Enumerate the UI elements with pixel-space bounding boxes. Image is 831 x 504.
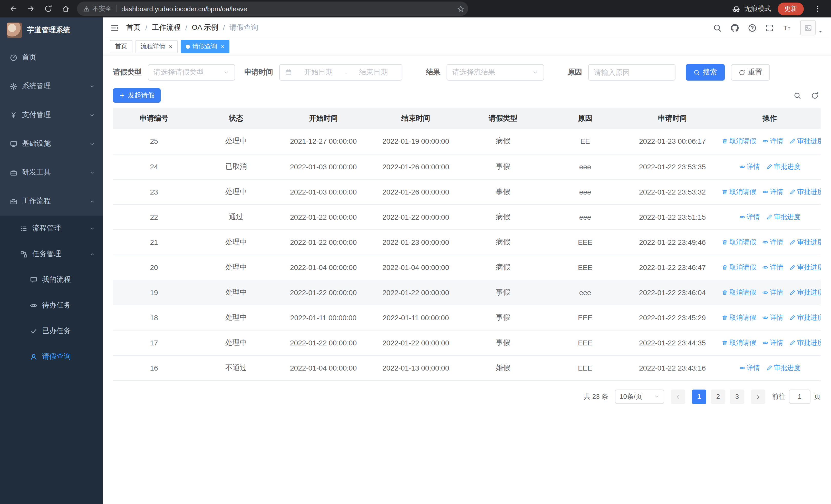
cell-actions: 取消请假详情审批进度 xyxy=(719,330,821,355)
security-warning[interactable]: 不安全 xyxy=(83,4,112,13)
sidebar-item-dev-tools[interactable]: 研发工具 xyxy=(0,158,103,187)
detail-action-link[interactable]: 详情 xyxy=(762,313,783,322)
bookmark-star-button[interactable] xyxy=(454,2,467,16)
tab-home[interactable]: 首页 xyxy=(110,40,133,53)
progress-action-link[interactable]: 审批进度 xyxy=(766,162,800,171)
apply-time-range-picker[interactable]: 开始日期 - 结束日期 xyxy=(279,64,402,81)
chevron-down-icon xyxy=(89,83,95,89)
page-2-button[interactable]: 2 xyxy=(711,389,725,404)
detail-action-link[interactable]: 详情 xyxy=(739,162,760,171)
browser-menu-button[interactable] xyxy=(810,2,825,16)
cancel-action-link[interactable]: 取消请假 xyxy=(722,288,756,297)
cell-id: 20 xyxy=(113,255,195,280)
detail-action-link[interactable]: 详情 xyxy=(762,137,783,146)
progress-action-link[interactable]: 审批进度 xyxy=(790,263,821,272)
browser-home-button[interactable] xyxy=(58,2,73,16)
detail-action-link[interactable]: 详情 xyxy=(762,338,783,347)
breadcrumb-item-0[interactable]: 首页 xyxy=(126,23,141,32)
cell-id: 16 xyxy=(113,355,195,380)
tab-close-icon[interactable]: × xyxy=(169,43,172,50)
page-size-select[interactable]: 10条/页 xyxy=(615,389,664,404)
detail-action-link[interactable]: 详情 xyxy=(762,237,783,247)
progress-action-link[interactable]: 审批进度 xyxy=(766,212,800,221)
detail-action-link[interactable]: 详情 xyxy=(762,288,783,297)
detail-action-link[interactable]: 详情 xyxy=(762,187,783,196)
sidebar-item-payment-mgmt[interactable]: 支付管理 xyxy=(0,100,103,129)
sidebar-item-task-mgmt[interactable]: 任务管理 xyxy=(0,241,103,267)
user-avatar-menu[interactable] xyxy=(800,20,823,35)
tab-close-icon[interactable]: × xyxy=(221,43,224,50)
create-leave-label: 发起请假 xyxy=(128,91,154,100)
cell-reason: eee xyxy=(544,280,626,305)
tab-leave-query[interactable]: 请假查询× xyxy=(181,40,229,53)
cancel-action-link[interactable]: 取消请假 xyxy=(722,187,756,196)
sidebar-item-my-process[interactable]: 我的流程 xyxy=(0,267,103,293)
toggle-search-button[interactable] xyxy=(794,92,801,99)
detail-action-link[interactable]: 详情 xyxy=(762,263,783,272)
search-icon xyxy=(794,92,801,99)
font-size-button[interactable]: TT xyxy=(783,23,792,32)
browser-forward-button[interactable] xyxy=(24,2,38,16)
sidebar-item-process-mgmt[interactable]: 流程管理 xyxy=(0,215,103,241)
create-leave-button[interactable]: 发起请假 xyxy=(113,88,161,102)
tab-process-detail[interactable]: 流程详情× xyxy=(136,40,178,53)
process-icon xyxy=(20,225,28,232)
page-3-button[interactable]: 3 xyxy=(730,389,744,404)
browser-reload-button[interactable] xyxy=(41,2,55,16)
progress-action-link[interactable]: 审批进度 xyxy=(790,237,821,247)
cancel-action-link[interactable]: 取消请假 xyxy=(722,313,756,322)
goto-page-input[interactable] xyxy=(789,389,810,404)
cancel-action-link[interactable]: 取消请假 xyxy=(722,263,756,272)
cancel-action-link[interactable]: 取消请假 xyxy=(722,137,756,146)
chevron-up-icon xyxy=(89,198,95,204)
fullscreen-button[interactable] xyxy=(765,23,774,32)
topbar-actions: TT xyxy=(713,20,823,35)
refresh-table-button[interactable] xyxy=(811,92,819,99)
sidebar-item-infrastructure[interactable]: 基础设施 xyxy=(0,129,103,158)
help-button[interactable] xyxy=(748,23,756,32)
breadcrumb-item-2[interactable]: OA 示例 xyxy=(192,23,219,32)
search-button[interactable]: 搜索 xyxy=(686,64,725,81)
reset-button[interactable]: 重置 xyxy=(731,64,770,81)
cancel-action-link[interactable]: 取消请假 xyxy=(722,237,756,247)
progress-action-link[interactable]: 审批进度 xyxy=(790,338,821,347)
sidebar-item-workflow[interactable]: 工作流程 xyxy=(0,187,103,215)
cell-apply_time: 2022-01-22 23:43:16 xyxy=(626,355,719,380)
cell-id: 24 xyxy=(113,154,195,179)
detail-action-label: 详情 xyxy=(770,288,783,297)
progress-action-link[interactable]: 审批进度 xyxy=(790,187,821,196)
reason-input[interactable] xyxy=(594,68,670,77)
back-arrow-icon xyxy=(9,5,18,13)
result-select[interactable]: 请选择流结果 xyxy=(447,64,544,81)
sidebar-item-todo-tasks[interactable]: 待办任务 xyxy=(0,293,103,318)
address-bar[interactable]: 不安全 dashboard.yudao.iocoder.cn/bpm/oa/le… xyxy=(77,2,468,16)
page-1-button[interactable]: 1 xyxy=(692,389,706,404)
cell-end: 2022-01-22 00:00:00 xyxy=(370,280,462,305)
detail-action-link[interactable]: 详情 xyxy=(739,212,760,221)
cell-end: 2022-01-22 00:00:00 xyxy=(370,204,462,230)
progress-action-link[interactable]: 审批进度 xyxy=(790,137,821,146)
progress-action-link[interactable]: 审批进度 xyxy=(766,363,800,373)
breadcrumb-item-3: 请假查询 xyxy=(229,23,258,32)
leave-type-select[interactable]: 请选择请假类型 xyxy=(148,64,235,81)
progress-action-label: 审批进度 xyxy=(797,338,821,347)
sidebar-item-home[interactable]: 首页 xyxy=(0,43,103,72)
progress-action-label: 审批进度 xyxy=(774,162,800,171)
browser-update-button[interactable]: 更新 xyxy=(778,2,804,15)
github-link[interactable] xyxy=(730,23,739,32)
breadcrumb-item-1[interactable]: 工作流程 xyxy=(152,23,181,32)
next-page-button[interactable] xyxy=(751,389,765,404)
sidebar-item-system-mgmt[interactable]: 系统管理 xyxy=(0,72,103,100)
detail-action-link[interactable]: 详情 xyxy=(739,363,760,373)
sidebar-item-done-tasks[interactable]: 已办任务 xyxy=(0,318,103,344)
app-logo[interactable]: 芋道管理系统 xyxy=(0,18,103,43)
progress-action-link[interactable]: 审批进度 xyxy=(790,288,821,297)
sidebar-toggle-button[interactable] xyxy=(110,23,119,32)
detail-action-label: 详情 xyxy=(747,162,760,171)
prev-page-button[interactable] xyxy=(671,389,685,404)
header-search-button[interactable] xyxy=(713,23,722,32)
progress-action-link[interactable]: 审批进度 xyxy=(790,313,821,322)
sidebar-item-leave-query[interactable]: 请假查询 xyxy=(0,344,103,369)
browser-back-button[interactable] xyxy=(6,2,21,16)
cancel-action-link[interactable]: 取消请假 xyxy=(722,338,756,347)
